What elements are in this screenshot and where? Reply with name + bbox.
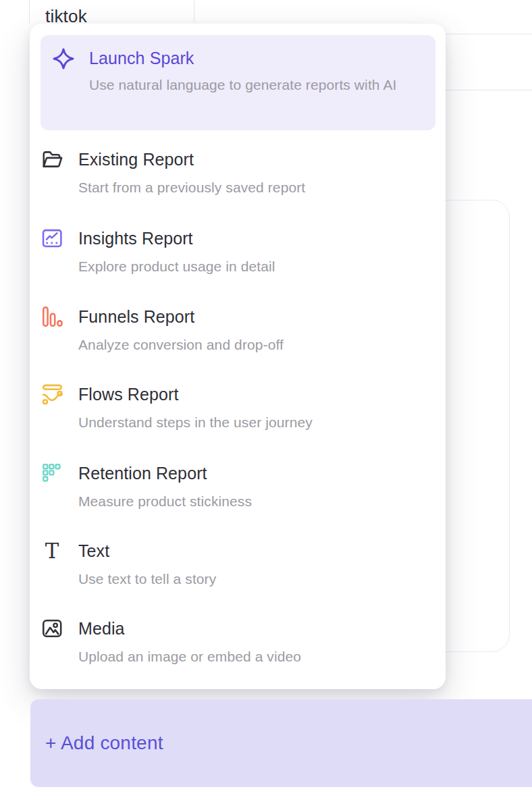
funnel-bars-icon [41, 305, 65, 329]
add-content-menu: Launch Spark Use natural language to gen… [30, 24, 446, 689]
background-table-border [194, 0, 194, 22]
menu-item-flows-report[interactable]: Flows Report Understand steps in the use… [41, 384, 435, 433]
menu-item-title: Text [78, 541, 216, 561]
background-row-divider [442, 90, 532, 90]
flows-wave-icon [41, 383, 65, 407]
menu-item-title: Flows Report [78, 384, 313, 404]
menu-item-title: Funnels Report [78, 306, 284, 327]
menu-item-description: Explore product usage in detail [78, 256, 275, 277]
spark-icon [51, 47, 76, 71]
add-content-button[interactable]: + Add content [30, 699, 532, 787]
menu-item-funnels-report[interactable]: Funnels Report Analyze conversion and dr… [41, 306, 435, 355]
menu-item-description: Use natural language to generate reports… [89, 74, 396, 95]
menu-item-text[interactable]: T Text Use text to tell a story [41, 541, 435, 589]
menu-item-insights-report[interactable]: Insights Report Explore product usage in… [41, 228, 435, 277]
menu-item-title: Retention Report [78, 463, 252, 483]
menu-item-title: Insights Report [78, 228, 275, 248]
menu-item-launch-spark[interactable]: Launch Spark Use natural language to gen… [41, 35, 435, 130]
background-table-border [29, 0, 30, 24]
menu-item-title: Media [78, 618, 301, 639]
menu-item-media[interactable]: Media Upload an image or embed a video [41, 618, 435, 667]
background-row-divider [442, 34, 532, 34]
media-image-icon [41, 617, 65, 641]
retention-grid-icon [41, 462, 65, 486]
insights-chart-icon [41, 227, 65, 251]
folder-open-icon [41, 148, 65, 172]
svg-text:T: T [45, 539, 59, 562]
menu-item-description: Measure product stickiness [78, 491, 252, 512]
add-content-label: + Add content [45, 732, 163, 754]
menu-item-title: Launch Spark [89, 48, 396, 68]
menu-item-description: Upload an image or embed a video [78, 646, 301, 667]
menu-item-description: Understand steps in the user journey [78, 412, 313, 433]
menu-item-description: Use text to tell a story [78, 568, 216, 589]
menu-item-existing-report[interactable]: Existing Report Start from a previously … [41, 149, 435, 198]
menu-item-title: Existing Report [78, 149, 305, 169]
text-icon: T [41, 539, 65, 564]
menu-item-description: Analyze conversion and drop-off [78, 334, 284, 355]
menu-item-description: Start from a previously saved report [78, 177, 305, 198]
menu-item-retention-report[interactable]: Retention Report Measure product stickin… [41, 463, 435, 512]
